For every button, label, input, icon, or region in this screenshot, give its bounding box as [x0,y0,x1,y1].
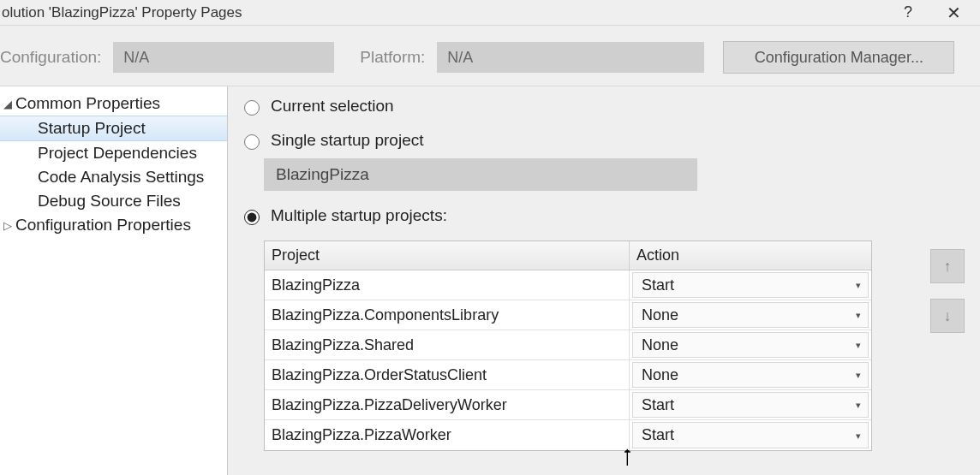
radio-label: Multiple startup projects: [271,206,447,225]
cell-project: BlazingPizza.OrderStatusClient [265,360,630,389]
single-startup-dropdown[interactable]: BlazingPizza [264,158,697,191]
cell-action-dropdown[interactable]: None▾ [632,302,869,328]
expand-icon: ▷ [2,219,15,232]
table-row[interactable]: BlazingPizza.PizzaWorkerStart▾ [265,420,871,450]
configuration-manager-button[interactable]: Configuration Manager... [723,41,954,74]
tree-item-label: Debug Source Files [38,192,181,211]
content-panel: Current selection Single startup project… [228,86,980,475]
window-controls: ? ✕ [897,3,973,23]
radio-current-selection-input[interactable] [244,100,260,116]
tree-item-configuration-properties[interactable]: ▷ Configuration Properties [0,213,227,237]
action-value: None [642,336,678,354]
tree-item-label: Project Dependencies [38,144,197,163]
table-row[interactable]: BlazingPizza.ComponentsLibraryNone▾ [265,300,871,330]
tree-item-debug-source-files[interactable]: Debug Source Files [0,189,227,213]
cell-project: BlazingPizza.ComponentsLibrary [265,300,630,330]
configuration-row: Configuration: N/A Platform: N/A Configu… [0,26,980,86]
cell-project: BlazingPizza.Shared [265,330,630,359]
radio-current-selection[interactable]: Current selection [240,97,918,116]
title-bar: olution 'BlazingPizza' Property Pages ? … [0,0,980,26]
cell-action-dropdown[interactable]: Start▾ [632,272,869,298]
column-header-action[interactable]: Action [630,241,871,270]
table-row[interactable]: BlazingPizza.OrderStatusClientNone▾ [265,360,871,390]
startup-project-panel: Current selection Single startup project… [240,93,918,469]
cell-project: BlazingPizza [265,270,630,300]
collapse-icon: ◢ [2,98,15,110]
chevron-down-icon: ▾ [856,430,861,441]
tree-item-label: Configuration Properties [15,216,191,235]
chevron-down-icon: ▾ [856,280,861,291]
table-body: BlazingPizzaStart▾BlazingPizza.Component… [265,270,871,450]
action-value: None [642,366,678,384]
chevron-down-icon: ▾ [856,370,861,381]
action-value: Start [642,396,674,414]
window-title: olution 'BlazingPizza' Property Pages [0,4,242,21]
body: ◢ Common Properties Startup Project Proj… [0,86,980,475]
nav-tree: ◢ Common Properties Startup Project Proj… [0,86,228,475]
platform-value: N/A [447,49,473,67]
cell-project: BlazingPizza.PizzaWorker [265,420,630,450]
property-pages-window: olution 'BlazingPizza' Property Pages ? … [0,0,980,475]
table-header: Project Action [265,241,871,270]
projects-table: Project Action BlazingPizzaStart▾Blazing… [264,240,872,451]
reorder-buttons: ↑ ↓ [918,249,965,469]
tree-item-project-dependencies[interactable]: Project Dependencies [0,141,227,165]
radio-multiple-startup-input[interactable] [244,210,260,225]
arrow-up-icon: ↑ [944,258,952,276]
radio-label: Single startup project [271,131,424,150]
radio-single-startup-input[interactable] [244,134,260,150]
cell-action-dropdown[interactable]: None▾ [632,332,869,358]
tree-item-startup-project[interactable]: Startup Project [0,116,227,141]
cell-action-dropdown[interactable]: Start▾ [632,422,869,448]
tree-item-code-analysis[interactable]: Code Analysis Settings [0,165,227,189]
arrow-down-icon: ↓ [944,307,952,325]
action-value: Start [642,426,674,444]
close-button[interactable]: ✕ [940,3,968,23]
move-down-button[interactable]: ↓ [930,299,965,333]
cell-action-dropdown[interactable]: None▾ [632,362,869,388]
radio-single-startup[interactable]: Single startup project [240,131,918,150]
cell-project: BlazingPizza.PizzaDeliveryWorker [265,390,630,419]
tree-item-label: Common Properties [15,94,160,113]
help-button[interactable]: ? [897,3,919,21]
move-up-button[interactable]: ↑ [930,249,965,283]
tree-item-label: Code Analysis Settings [38,168,204,187]
table-row[interactable]: BlazingPizzaStart▾ [265,270,871,300]
table-row[interactable]: BlazingPizza.SharedNone▾ [265,330,871,360]
configuration-dropdown[interactable]: N/A [113,42,334,73]
chevron-down-icon: ▾ [856,400,861,411]
single-startup-value: BlazingPizza [276,165,369,184]
chevron-down-icon: ▾ [856,310,861,321]
table-row[interactable]: BlazingPizza.PizzaDeliveryWorkerStart▾ [265,390,871,420]
tree-item-common-properties[interactable]: ◢ Common Properties [0,92,227,116]
configuration-label: Configuration: [0,48,105,67]
configuration-value: N/A [123,49,149,67]
radio-label: Current selection [271,97,394,116]
chevron-down-icon: ▾ [856,340,861,351]
action-value: Start [642,276,674,294]
cell-action-dropdown[interactable]: Start▾ [632,392,869,418]
tree-item-label: Startup Project [38,119,146,138]
platform-dropdown[interactable]: N/A [437,42,704,73]
platform-label: Platform: [360,48,428,67]
action-value: None [642,306,678,324]
column-header-project[interactable]: Project [265,241,630,270]
radio-multiple-startup[interactable]: Multiple startup projects: [240,206,918,225]
